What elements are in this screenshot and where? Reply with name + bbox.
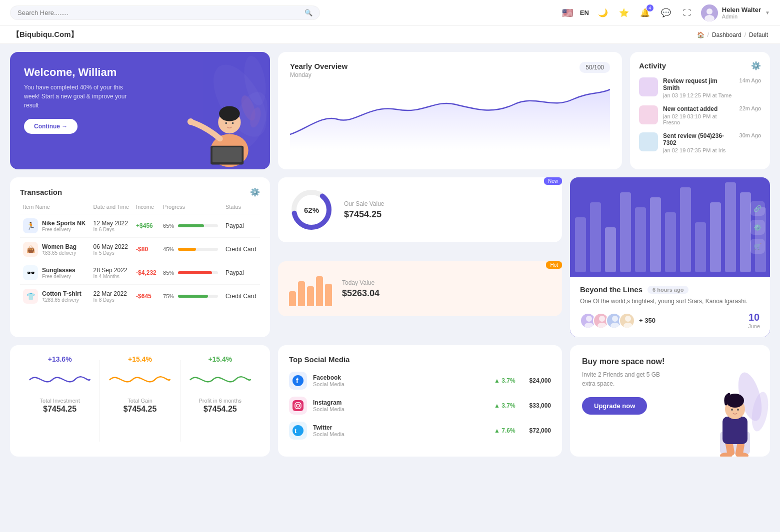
social-title: Top Social Media: [289, 355, 551, 364]
language-label[interactable]: EN: [580, 9, 589, 16]
svg-rect-26: [695, 222, 706, 272]
upgrade-button[interactable]: Upgrade now: [582, 397, 647, 415]
svg-point-36: [610, 323, 620, 329]
topnav: 🔍 🇺🇸 EN 🌙 ⭐ 🔔 4 💬 ⛶ Helen Walter Admin ▼: [0, 0, 780, 26]
stat-investment: +13.6% Total Investment $7454.25: [20, 355, 100, 447]
activity-list: Review request jim Smith jan 03 19 12:25…: [639, 77, 761, 153]
row3: +13.6% Total Investment $7454.25 +15.4% …: [10, 345, 770, 457]
date-badge: 10 June: [748, 312, 760, 329]
stat-gain: +15.4% Total Gain $7454.25: [100, 355, 180, 447]
social-item: f Facebook Social Media ▲ 3.7% $24,000: [289, 372, 551, 390]
search-bar[interactable]: 🔍: [10, 5, 320, 20]
row1: Welcome, William You have completed 40% …: [10, 52, 770, 169]
welcome-desc: You have completed 40% of your this week…: [24, 83, 134, 110]
social-list: f Facebook Social Media ▲ 3.7% $24,000 I…: [289, 372, 551, 440]
svg-rect-54: [722, 417, 748, 444]
notification-icon[interactable]: 🔔 4: [638, 6, 652, 20]
buy-illustration: [685, 367, 770, 457]
svg-rect-41: [292, 400, 304, 411]
chevron-down-icon: ▼: [765, 10, 770, 15]
transaction-title: Transaction: [20, 188, 62, 196]
user-info[interactable]: Helen Walter Admin ▼: [701, 4, 770, 21]
today-info: Today Value $5263.04: [342, 279, 380, 299]
sale-value-wrap: New 62% Our Sale Value $7454.25: [278, 177, 562, 253]
search-icon: 🔍: [304, 9, 312, 16]
stat-value-profit: $7454.25: [186, 405, 255, 414]
buy-desc: Invite 2 Friends and get 5 GB extra spac…: [582, 370, 672, 388]
yearly-overview-card: Yearly Overview Monday 50/100: [278, 52, 622, 169]
yearly-title: Yearly Overview: [290, 62, 348, 70]
table-row: 🕶️ Sunglasses Free delivery 28 Sep 2022 …: [20, 261, 260, 285]
icon-cluster: 🔗 ⚙️ 🛒: [750, 201, 765, 254]
svg-text:t: t: [294, 427, 297, 435]
icon-btn-2[interactable]: ⚙️: [750, 220, 765, 235]
svg-point-1: [706, 8, 712, 14]
social-media-card: Top Social Media f Facebook Social Media…: [278, 345, 562, 457]
sale-title: Our Sale Value: [344, 200, 384, 207]
avatar-4: [619, 313, 635, 329]
table-header-cell: Item Name: [20, 204, 90, 214]
sale-donut: 62%: [289, 187, 334, 232]
activity-card: Activity ⚙️ Review request jim Smith jan…: [630, 52, 770, 169]
svg-point-31: [586, 316, 592, 322]
transaction-card: Transaction ⚙️ Item NameDate and TimeInc…: [10, 177, 270, 337]
date-num: 10: [748, 312, 760, 323]
topnav-right: 🇺🇸 EN 🌙 ⭐ 🔔 4 💬 ⛶ Helen Walter Admin ▼: [562, 4, 770, 21]
svg-point-34: [598, 323, 606, 329]
stat-pct-investment: +13.6%: [25, 355, 94, 363]
activity-settings-icon[interactable]: ⚙️: [751, 61, 761, 70]
dark-mode-toggle[interactable]: 🌙: [596, 6, 610, 20]
today-title: Today Value: [342, 279, 380, 286]
sale-info: Our Sale Value $7454.25: [344, 200, 384, 220]
breadcrumb-default[interactable]: Default: [749, 31, 768, 38]
beyond-info: Beyond the Lines 6 hours ago One Of the …: [570, 277, 770, 337]
transaction-settings-icon[interactable]: ⚙️: [250, 187, 260, 197]
yearly-chart: [290, 84, 610, 151]
home-icon[interactable]: 🏠: [697, 31, 704, 38]
svg-text:f: f: [296, 377, 298, 385]
today-value-card: Today Value $5263.04: [278, 261, 562, 316]
table-row: 🏃 Nike Sports NK Free delivery 12 May 20…: [20, 214, 260, 238]
beyond-desc: One Of the world,s brightest, young surf…: [580, 297, 760, 306]
table-header-row: Item NameDate and TimeIncomeProgressStat…: [20, 204, 260, 214]
breadcrumb: 🏠 / Dashboard / Default: [697, 31, 768, 38]
svg-rect-27: [710, 202, 721, 272]
buy-title: Buy more space now!: [582, 357, 758, 366]
activity-item: Review request jim Smith jan 03 19 12:25…: [639, 77, 761, 98]
breadcrumb-sep1: /: [708, 31, 709, 38]
social-item: t Twitter Social Media ▲ 7.6% $72,000: [289, 422, 551, 440]
svg-rect-21: [620, 192, 631, 272]
icon-btn-1[interactable]: 🔗: [750, 201, 765, 216]
svg-point-44: [300, 403, 301, 404]
search-input[interactable]: [18, 9, 300, 16]
beyond-avatars: + 350: [580, 313, 656, 329]
today-bars: [289, 271, 332, 306]
row2: Transaction ⚙️ Item NameDate and TimeInc…: [10, 177, 770, 337]
stats-card: +13.6% Total Investment $7454.25 +15.4% …: [10, 345, 270, 457]
message-icon[interactable]: 💬: [659, 6, 673, 20]
icon-btn-3[interactable]: 🛒: [750, 239, 765, 254]
donut-label: 62%: [304, 206, 319, 214]
svg-point-57: [731, 409, 733, 411]
stat-value-investment: $7454.25: [25, 405, 94, 414]
stat-label-gain: Total Gain: [105, 398, 174, 404]
svg-rect-20: [605, 227, 616, 272]
svg-point-12: [232, 122, 234, 124]
svg-rect-8: [212, 147, 242, 162]
welcome-card: Welcome, William You have completed 40% …: [10, 52, 270, 169]
star-icon[interactable]: ⭐: [617, 6, 631, 20]
fullscreen-icon[interactable]: ⛶: [680, 6, 694, 20]
beyond-title: Beyond the Lines 6 hours ago: [580, 285, 760, 294]
yearly-badge: 50/100: [580, 62, 610, 73]
svg-rect-19: [590, 202, 601, 272]
flag-icon: 🇺🇸: [562, 7, 573, 18]
user-role: Admin: [722, 13, 761, 19]
continue-button[interactable]: Continue →: [24, 119, 78, 134]
sale-col: New 62% Our Sale Value $7454.25: [278, 177, 562, 337]
brand-logo: 【Biqubiqu.Com】: [12, 30, 78, 39]
table-header-cell: Progress: [160, 204, 222, 214]
today-value-amount: $5263.04: [342, 288, 380, 299]
table-row: 👕 Cotton T-shirt ₹283.65 delivery 22 Mar…: [20, 285, 260, 308]
breadcrumb-dashboard[interactable]: Dashboard: [712, 31, 742, 38]
svg-point-32: [584, 323, 594, 329]
